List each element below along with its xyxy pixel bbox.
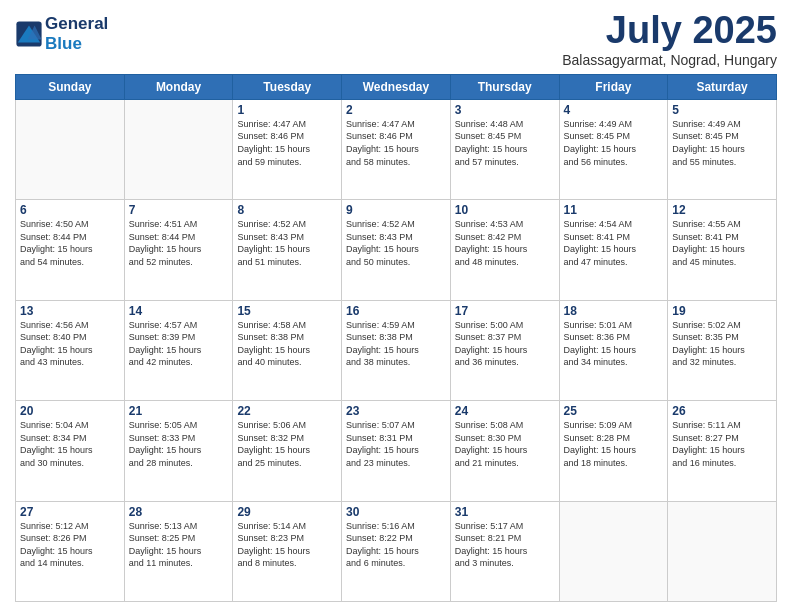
logo-text: General Blue <box>45 14 108 53</box>
day-info: Sunrise: 5:12 AM Sunset: 8:26 PM Dayligh… <box>20 520 120 570</box>
calendar-cell: 13Sunrise: 4:56 AM Sunset: 8:40 PM Dayli… <box>16 300 125 400</box>
calendar-cell <box>668 501 777 601</box>
calendar-cell: 24Sunrise: 5:08 AM Sunset: 8:30 PM Dayli… <box>450 401 559 501</box>
day-info: Sunrise: 5:09 AM Sunset: 8:28 PM Dayligh… <box>564 419 664 469</box>
day-header-wednesday: Wednesday <box>342 74 451 99</box>
day-number: 20 <box>20 404 120 418</box>
calendar-table: SundayMondayTuesdayWednesdayThursdayFrid… <box>15 74 777 602</box>
week-row-1: 1Sunrise: 4:47 AM Sunset: 8:46 PM Daylig… <box>16 99 777 199</box>
calendar-cell <box>16 99 125 199</box>
day-number: 29 <box>237 505 337 519</box>
day-info: Sunrise: 4:54 AM Sunset: 8:41 PM Dayligh… <box>564 218 664 268</box>
calendar-cell: 18Sunrise: 5:01 AM Sunset: 8:36 PM Dayli… <box>559 300 668 400</box>
day-info: Sunrise: 5:16 AM Sunset: 8:22 PM Dayligh… <box>346 520 446 570</box>
day-number: 24 <box>455 404 555 418</box>
calendar-cell: 1Sunrise: 4:47 AM Sunset: 8:46 PM Daylig… <box>233 99 342 199</box>
calendar-cell: 9Sunrise: 4:52 AM Sunset: 8:43 PM Daylig… <box>342 200 451 300</box>
calendar-cell: 31Sunrise: 5:17 AM Sunset: 8:21 PM Dayli… <box>450 501 559 601</box>
day-info: Sunrise: 4:52 AM Sunset: 8:43 PM Dayligh… <box>346 218 446 268</box>
day-number: 8 <box>237 203 337 217</box>
calendar-cell: 11Sunrise: 4:54 AM Sunset: 8:41 PM Dayli… <box>559 200 668 300</box>
day-info: Sunrise: 4:50 AM Sunset: 8:44 PM Dayligh… <box>20 218 120 268</box>
title-block: July 2025 Balassagyarmat, Nograd, Hungar… <box>562 10 777 68</box>
calendar-cell: 22Sunrise: 5:06 AM Sunset: 8:32 PM Dayli… <box>233 401 342 501</box>
day-number: 14 <box>129 304 229 318</box>
day-info: Sunrise: 4:53 AM Sunset: 8:42 PM Dayligh… <box>455 218 555 268</box>
day-header-thursday: Thursday <box>450 74 559 99</box>
calendar-cell <box>559 501 668 601</box>
calendar-cell: 2Sunrise: 4:47 AM Sunset: 8:46 PM Daylig… <box>342 99 451 199</box>
day-info: Sunrise: 4:49 AM Sunset: 8:45 PM Dayligh… <box>672 118 772 168</box>
day-number: 25 <box>564 404 664 418</box>
day-number: 2 <box>346 103 446 117</box>
calendar-cell: 17Sunrise: 5:00 AM Sunset: 8:37 PM Dayli… <box>450 300 559 400</box>
calendar-cell: 8Sunrise: 4:52 AM Sunset: 8:43 PM Daylig… <box>233 200 342 300</box>
day-number: 31 <box>455 505 555 519</box>
subtitle: Balassagyarmat, Nograd, Hungary <box>562 52 777 68</box>
day-info: Sunrise: 5:04 AM Sunset: 8:34 PM Dayligh… <box>20 419 120 469</box>
logo-icon <box>15 20 43 48</box>
calendar-cell: 6Sunrise: 4:50 AM Sunset: 8:44 PM Daylig… <box>16 200 125 300</box>
calendar-cell: 14Sunrise: 4:57 AM Sunset: 8:39 PM Dayli… <box>124 300 233 400</box>
day-info: Sunrise: 4:47 AM Sunset: 8:46 PM Dayligh… <box>346 118 446 168</box>
day-header-sunday: Sunday <box>16 74 125 99</box>
calendar-cell: 10Sunrise: 4:53 AM Sunset: 8:42 PM Dayli… <box>450 200 559 300</box>
day-info: Sunrise: 4:51 AM Sunset: 8:44 PM Dayligh… <box>129 218 229 268</box>
day-info: Sunrise: 5:17 AM Sunset: 8:21 PM Dayligh… <box>455 520 555 570</box>
day-number: 15 <box>237 304 337 318</box>
day-info: Sunrise: 5:13 AM Sunset: 8:25 PM Dayligh… <box>129 520 229 570</box>
day-number: 5 <box>672 103 772 117</box>
calendar-cell <box>124 99 233 199</box>
logo: General Blue <box>15 14 108 53</box>
calendar-cell: 27Sunrise: 5:12 AM Sunset: 8:26 PM Dayli… <box>16 501 125 601</box>
days-header-row: SundayMondayTuesdayWednesdayThursdayFrid… <box>16 74 777 99</box>
calendar-cell: 4Sunrise: 4:49 AM Sunset: 8:45 PM Daylig… <box>559 99 668 199</box>
month-title: July 2025 <box>562 10 777 52</box>
day-number: 30 <box>346 505 446 519</box>
calendar-cell: 19Sunrise: 5:02 AM Sunset: 8:35 PM Dayli… <box>668 300 777 400</box>
day-info: Sunrise: 5:06 AM Sunset: 8:32 PM Dayligh… <box>237 419 337 469</box>
day-header-saturday: Saturday <box>668 74 777 99</box>
day-info: Sunrise: 4:59 AM Sunset: 8:38 PM Dayligh… <box>346 319 446 369</box>
day-number: 26 <box>672 404 772 418</box>
calendar-cell: 29Sunrise: 5:14 AM Sunset: 8:23 PM Dayli… <box>233 501 342 601</box>
calendar-cell: 16Sunrise: 4:59 AM Sunset: 8:38 PM Dayli… <box>342 300 451 400</box>
day-info: Sunrise: 4:57 AM Sunset: 8:39 PM Dayligh… <box>129 319 229 369</box>
day-number: 28 <box>129 505 229 519</box>
day-number: 3 <box>455 103 555 117</box>
day-number: 23 <box>346 404 446 418</box>
calendar-cell: 3Sunrise: 4:48 AM Sunset: 8:45 PM Daylig… <box>450 99 559 199</box>
day-info: Sunrise: 5:00 AM Sunset: 8:37 PM Dayligh… <box>455 319 555 369</box>
day-header-monday: Monday <box>124 74 233 99</box>
day-info: Sunrise: 5:11 AM Sunset: 8:27 PM Dayligh… <box>672 419 772 469</box>
day-number: 12 <box>672 203 772 217</box>
week-row-3: 13Sunrise: 4:56 AM Sunset: 8:40 PM Dayli… <box>16 300 777 400</box>
day-number: 6 <box>20 203 120 217</box>
week-row-4: 20Sunrise: 5:04 AM Sunset: 8:34 PM Dayli… <box>16 401 777 501</box>
day-number: 21 <box>129 404 229 418</box>
calendar-cell: 15Sunrise: 4:58 AM Sunset: 8:38 PM Dayli… <box>233 300 342 400</box>
day-info: Sunrise: 5:05 AM Sunset: 8:33 PM Dayligh… <box>129 419 229 469</box>
day-number: 9 <box>346 203 446 217</box>
calendar-cell: 7Sunrise: 4:51 AM Sunset: 8:44 PM Daylig… <box>124 200 233 300</box>
day-info: Sunrise: 5:02 AM Sunset: 8:35 PM Dayligh… <box>672 319 772 369</box>
day-number: 7 <box>129 203 229 217</box>
day-number: 16 <box>346 304 446 318</box>
day-info: Sunrise: 4:52 AM Sunset: 8:43 PM Dayligh… <box>237 218 337 268</box>
day-number: 11 <box>564 203 664 217</box>
day-info: Sunrise: 4:48 AM Sunset: 8:45 PM Dayligh… <box>455 118 555 168</box>
day-info: Sunrise: 5:07 AM Sunset: 8:31 PM Dayligh… <box>346 419 446 469</box>
day-info: Sunrise: 5:14 AM Sunset: 8:23 PM Dayligh… <box>237 520 337 570</box>
day-info: Sunrise: 5:01 AM Sunset: 8:36 PM Dayligh… <box>564 319 664 369</box>
calendar-cell: 5Sunrise: 4:49 AM Sunset: 8:45 PM Daylig… <box>668 99 777 199</box>
day-info: Sunrise: 4:58 AM Sunset: 8:38 PM Dayligh… <box>237 319 337 369</box>
calendar-cell: 28Sunrise: 5:13 AM Sunset: 8:25 PM Dayli… <box>124 501 233 601</box>
day-header-tuesday: Tuesday <box>233 74 342 99</box>
calendar-cell: 21Sunrise: 5:05 AM Sunset: 8:33 PM Dayli… <box>124 401 233 501</box>
page: General Blue July 2025 Balassagyarmat, N… <box>0 0 792 612</box>
calendar-cell: 12Sunrise: 4:55 AM Sunset: 8:41 PM Dayli… <box>668 200 777 300</box>
day-number: 10 <box>455 203 555 217</box>
calendar-cell: 30Sunrise: 5:16 AM Sunset: 8:22 PM Dayli… <box>342 501 451 601</box>
calendar-cell: 25Sunrise: 5:09 AM Sunset: 8:28 PM Dayli… <box>559 401 668 501</box>
day-number: 27 <box>20 505 120 519</box>
